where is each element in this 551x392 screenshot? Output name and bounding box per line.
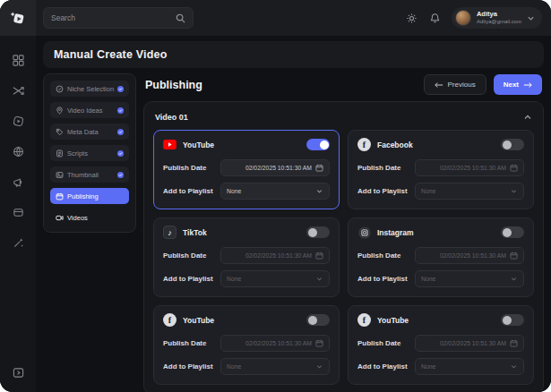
platform-card-facebook: f Facebook Publish Date 02/02/2025 10:51… xyxy=(348,130,534,209)
collapse-sidebar-icon[interactable] xyxy=(12,366,25,379)
user-name: Aditya xyxy=(477,11,521,19)
add-to-playlist-label: Add to Playlist xyxy=(357,275,408,283)
playlist-select[interactable]: None xyxy=(220,183,330,200)
publish-date-label: Publish Date xyxy=(357,164,400,172)
platform-name: Facebook xyxy=(377,141,413,149)
platform-name: YouTube xyxy=(377,316,409,325)
platform-card-tiktok: ♪ TikTok Publish Date 02/02/2025 10:51:3… xyxy=(153,217,340,297)
image-icon xyxy=(56,171,64,179)
video-01-header[interactable]: Video 01 xyxy=(153,109,534,130)
logo-play-diamond-icon xyxy=(9,9,27,27)
search-input[interactable] xyxy=(51,13,176,22)
globe-icon[interactable] xyxy=(12,145,25,158)
dashboard-grid-icon[interactable] xyxy=(12,54,25,67)
platform-toggle[interactable] xyxy=(306,139,330,150)
platform-name: Instagram xyxy=(377,228,414,237)
settings-gear-icon[interactable] xyxy=(405,11,419,25)
add-to-playlist-label: Add to Playlist xyxy=(163,362,213,371)
page-title: Manual Create Video xyxy=(54,48,168,61)
topbar-actions: Aditya Aditya@gmail.com xyxy=(405,7,542,29)
previous-button[interactable]: Previous xyxy=(424,74,486,95)
playlist-select[interactable]: None xyxy=(220,270,330,287)
publish-date-input[interactable]: 02/02/2025 10:51:30 AM xyxy=(415,335,524,352)
calendar-icon xyxy=(315,164,323,172)
calendar-icon xyxy=(56,192,64,200)
sidebar-item-scripts[interactable]: Scripts xyxy=(50,145,129,161)
app-window: Aditya Aditya@gmail.com Manual Create Vi… xyxy=(0,0,551,392)
video-01-panel: Video 01 xyxy=(143,101,544,392)
instagram-icon xyxy=(357,226,371,239)
avatar xyxy=(455,10,471,26)
facebook-icon: f xyxy=(163,313,176,327)
publish-date-input[interactable]: 02/02/2025 10:51:30 AM xyxy=(220,159,330,176)
add-to-playlist-label: Add to Playlist xyxy=(163,275,213,283)
content-area: Manual Create Video Niche Selection Vide… xyxy=(36,36,551,392)
platform-toggle[interactable] xyxy=(501,314,524,326)
publish-date-label: Publish Date xyxy=(357,339,400,347)
notification-bell-icon[interactable] xyxy=(428,11,443,25)
platform-name: TikTok xyxy=(183,228,207,237)
platform-toggle[interactable] xyxy=(306,226,330,238)
completed-dot xyxy=(117,150,124,157)
calendar-icon xyxy=(510,164,518,172)
playlist-select[interactable]: None xyxy=(220,358,330,375)
calendar-icon xyxy=(510,251,518,260)
publish-date-input[interactable]: 02/02/2025 10:51:30 AM xyxy=(415,159,524,176)
rail-nav xyxy=(12,54,25,250)
sidebar-item-publishing[interactable]: Publishing xyxy=(50,188,129,204)
playlist-select[interactable]: None xyxy=(415,270,524,287)
video-camera-icon xyxy=(56,214,64,222)
chevron-down-icon xyxy=(315,187,323,195)
youtube-icon xyxy=(163,138,176,151)
page-title-bar: Manual Create Video xyxy=(43,41,544,68)
search-icon xyxy=(176,13,185,23)
magic-wand-icon[interactable] xyxy=(12,236,25,250)
shuffle-icon[interactable] xyxy=(12,84,25,98)
platform-toggle[interactable] xyxy=(501,226,524,238)
sidebar-item-thumbnail[interactable]: Thumbnail xyxy=(50,166,129,183)
target-icon xyxy=(56,85,64,93)
chevron-down-icon xyxy=(315,362,323,371)
next-button[interactable]: Next xyxy=(494,74,542,95)
top-bar: Aditya Aditya@gmail.com xyxy=(36,0,551,36)
video-play-icon[interactable] xyxy=(12,115,25,128)
user-menu[interactable]: Aditya Aditya@gmail.com xyxy=(452,7,542,29)
chevron-down-icon xyxy=(510,275,518,283)
completed-dot xyxy=(117,129,124,135)
archive-icon[interactable] xyxy=(12,206,25,219)
publish-date-input[interactable]: 02/02/2025 10:51:30 AM xyxy=(220,247,330,264)
chevron-down-icon xyxy=(527,14,535,22)
sidebar-item-niche-selection[interactable]: Niche Selection xyxy=(50,81,129,97)
user-email: Aditya@gmail.com xyxy=(477,19,521,25)
script-doc-icon xyxy=(56,149,64,158)
completed-dot xyxy=(117,86,124,92)
video-01-title: Video 01 xyxy=(155,113,188,122)
publish-date-input[interactable]: 02/02/2025 10:51:30 AM xyxy=(415,247,524,264)
section-header: Publishing Previous Next xyxy=(145,74,542,95)
chevron-down-icon xyxy=(510,187,518,195)
publishing-section: Publishing Previous Next xyxy=(143,73,544,385)
chevron-up-icon[interactable] xyxy=(523,113,532,122)
platform-card-youtube-3: f YouTube Publish Date 02/02/2025 10:51:… xyxy=(348,305,534,385)
add-to-playlist-label: Add to Playlist xyxy=(357,362,408,371)
calendar-icon xyxy=(510,339,518,347)
platform-name: YouTube xyxy=(183,316,214,325)
sidebar-item-video-ideas[interactable]: Video Ideas xyxy=(50,102,129,118)
publish-date-input[interactable]: 02/02/2025 10:51:30 AM xyxy=(220,335,330,352)
publish-date-label: Publish Date xyxy=(163,164,206,172)
add-to-playlist-label: Add to Playlist xyxy=(357,187,408,195)
app-logo[interactable] xyxy=(0,0,36,36)
tiktok-icon: ♪ xyxy=(163,226,176,239)
calendar-icon xyxy=(315,339,323,347)
platform-toggle[interactable] xyxy=(306,314,330,326)
search-box[interactable] xyxy=(43,7,194,29)
sidebar-item-meta-data[interactable]: Meta Data xyxy=(50,124,129,140)
megaphone-icon[interactable] xyxy=(12,175,25,189)
facebook-icon: f xyxy=(357,313,371,327)
sidebar-item-videos[interactable]: Videos xyxy=(50,209,129,226)
playlist-select[interactable]: None xyxy=(415,183,524,200)
chevron-down-icon xyxy=(315,275,323,283)
platform-toggle[interactable] xyxy=(501,139,524,150)
publish-date-label: Publish Date xyxy=(163,339,206,347)
playlist-select[interactable]: None xyxy=(415,358,524,375)
